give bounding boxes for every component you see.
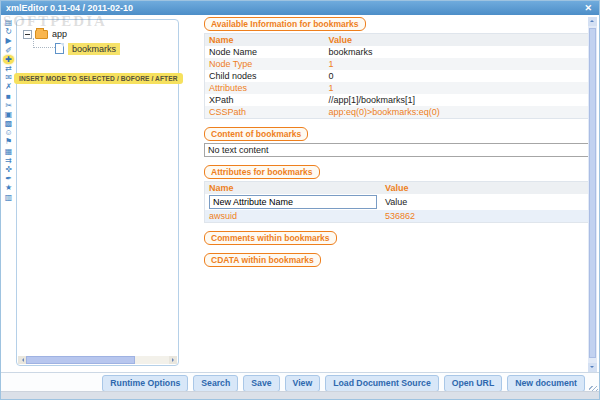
node-content-field[interactable]: No text content [204,143,589,157]
search-button[interactable]: Search [193,375,238,392]
share-icon[interactable]: ⇉ [3,156,14,165]
left-toolbar: ▤ ↻ ▶ ✐ ✚ ⇄ ✉ ✗ ■ ✂ ▣ ▩ ☺ ⚑ ▦ ⇉ ✜ ✒ ★ ▥ [2,18,15,202]
table-row: XPath //app[1]/bookmarks[1] [205,94,589,106]
col-header-name: Name [205,182,382,195]
attribute-row[interactable]: awsuid 536862 [205,210,589,223]
section-title-content: Content of bookmarks [204,127,308,141]
load-document-source-button[interactable]: Load Document Source [325,375,439,392]
cut-icon[interactable]: ✂ [3,101,14,110]
runtime-options-button[interactable]: Runtime Options [102,375,188,392]
close-icon[interactable]: ✕ [584,2,592,14]
xml-editor-window: xmlEditor 0.11-04 / 2011-02-10 ✕ SOFTPED… [0,0,600,400]
scroll-down-icon[interactable] [588,363,597,372]
insert-mode-tooltip: INSERT MODE TO SELECTED / BOFORE / AFTER [14,73,183,84]
scroll-right-icon[interactable] [169,356,177,364]
collapse-expander-icon[interactable] [23,30,32,39]
star-icon[interactable]: ★ [3,183,14,192]
insert-node-icon[interactable]: ✚ [3,55,14,64]
view-button[interactable]: View [285,375,321,392]
edit-icon[interactable]: ✒ [3,174,14,183]
info-table: Name Value Node Name bookmarks Node Type… [204,33,589,119]
vertical-scrollbar[interactable] [588,17,597,372]
play-icon[interactable]: ▶ [3,36,14,45]
new-attribute-value-label[interactable]: Value [381,194,589,210]
section-title-attributes: Attributes for bookmarks [204,165,320,179]
fill-icon[interactable]: ▩ [3,119,14,128]
swap-arrows-icon[interactable]: ⇄ [3,64,14,73]
title-bar: xmlEditor 0.11-04 / 2011-02-10 ✕ [1,1,599,15]
open-url-button[interactable]: Open URL [444,375,502,392]
new-document-button[interactable]: New document [507,375,585,392]
stop-icon[interactable]: ■ [3,92,14,101]
table-row: Node Name bookmarks [205,46,589,58]
table-header-row: Name Value [205,182,589,195]
col-header-value: Value [381,182,589,195]
section-title-cdata: CDATA within bookmarks [204,253,321,267]
table-row: Child nodes 0 [205,70,589,82]
new-attribute-row: Value [205,194,589,210]
col-header-name: Name [205,34,325,47]
user-icon[interactable]: ☺ [3,128,14,137]
paste-icon[interactable]: ▣ [3,110,14,119]
document-icon [55,43,64,54]
table-header-row: Name Value [205,34,589,47]
scroll-up-icon[interactable] [588,17,597,26]
status-strip [1,391,599,399]
v-scroll-thumb[interactable] [589,28,596,358]
tree-node-bookmarks[interactable]: bookmarks [55,42,120,55]
clipboard-icon[interactable]: ▦ [3,147,14,156]
h-scroll-thumb[interactable] [26,356,135,364]
footer-toolbar: Runtime Options Search Save View Load Do… [1,372,599,393]
wrench-icon[interactable]: ✐ [3,46,14,55]
delete-icon[interactable]: ✗ [3,82,14,91]
section-title-available-info: Available Information for bookmarks [204,17,366,31]
mail-icon[interactable]: ✉ [3,73,14,82]
col-header-value: Value [325,34,589,47]
table-row: CSSPath app:eq(0)>bookmarks:eq(0) [205,106,589,119]
tree-horizontal-scrollbar[interactable] [18,356,177,364]
save-button[interactable]: Save [243,375,279,392]
tree-connector-line [33,38,55,48]
tree-node-bookmarks-label[interactable]: bookmarks [68,43,120,55]
refresh-icon[interactable]: ↻ [3,27,14,36]
section-title-comments: Comments within bookmarks [204,231,337,245]
flag-icon[interactable]: ⚑ [3,137,14,146]
table-row: Node Type 1 [205,58,589,70]
scroll-left-icon[interactable] [18,356,26,364]
window-title: xmlEditor 0.11-04 / 2011-02-10 [6,3,133,13]
tree-panel: app bookmarks INSERT MODE TO SELECTED / … [16,19,179,366]
open-folder-icon[interactable]: ▤ [3,18,14,27]
table-row: Attributes 1 [205,82,589,94]
attributes-table: Name Value Value awsuid 536862 [204,181,589,223]
new-attribute-name-input[interactable] [209,195,377,209]
settings-icon[interactable]: ✜ [3,165,14,174]
node-info-panel: Available Information for bookmarks Name… [204,17,589,269]
book-icon[interactable]: ▥ [3,193,14,202]
